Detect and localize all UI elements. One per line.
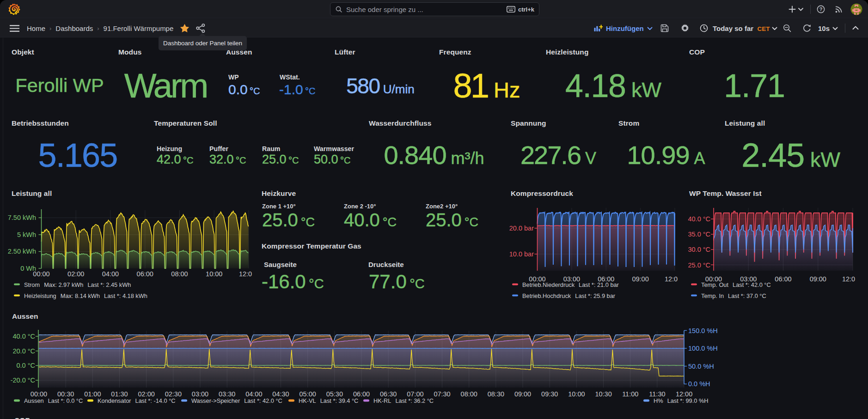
svg-text:?: ? <box>819 6 823 12</box>
